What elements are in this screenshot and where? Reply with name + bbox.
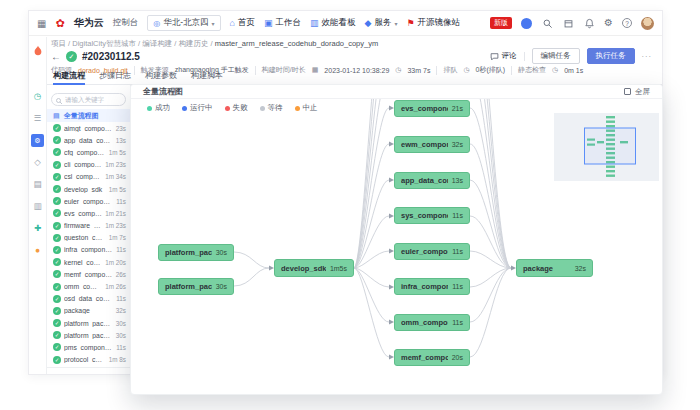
- list-item[interactable]: ✓platform_package2.030s: [47, 329, 130, 341]
- flow-node-fan-5[interactable]: euler_compon...11s: [394, 243, 470, 260]
- fullscreen-icon: [624, 88, 631, 95]
- list-item[interactable]: ✓protocol_component1m 8s: [47, 354, 130, 366]
- list-item[interactable]: ✓aimgt_component23s: [47, 122, 130, 134]
- list-item[interactable]: ✓platform_package1.030s: [47, 317, 130, 329]
- success-check-icon: ✓: [53, 197, 61, 205]
- nav-dashboard[interactable]: ▥ 效能看板: [310, 17, 356, 29]
- list-item[interactable]: ✓pms_component11s: [47, 341, 130, 353]
- list-item[interactable]: ✓cfg_component1m 5s: [47, 146, 130, 158]
- code-icon[interactable]: ☰: [29, 107, 46, 129]
- flow-node-fan-8[interactable]: memf_compone...20s: [394, 349, 470, 366]
- list-item[interactable]: ✓omm_component1m 26s: [47, 280, 130, 292]
- legend-waiting: 等待: [260, 103, 283, 113]
- flow-node-package[interactable]: package32s: [516, 259, 593, 277]
- flow-node-platform-package-2[interactable]: platform_pac...30s: [158, 278, 234, 295]
- overview-icon[interactable]: ◷: [29, 85, 46, 107]
- home-icon: ⌂: [230, 18, 235, 28]
- legend-success: 成功: [147, 103, 170, 113]
- huawei-logo-icon: ✿: [55, 18, 64, 29]
- account-level-icon[interactable]: [521, 18, 532, 29]
- help-icon[interactable]: ?: [622, 18, 632, 28]
- devcloud-logo-icon: [32, 43, 44, 61]
- success-check-icon: ✓: [53, 124, 61, 132]
- list-item[interactable]: ✓evs_component1m 21s: [47, 207, 130, 219]
- release-icon[interactable]: ▥: [29, 195, 46, 217]
- flow-diagram-panel: 全量流程图 全屏 成功 运行中 失败 等待 中止: [130, 84, 663, 395]
- tab-build-params[interactable]: 构建参数: [145, 70, 177, 81]
- services-icon: ◆: [364, 18, 371, 28]
- flow-node-fan-2[interactable]: ewm_componen...32s: [394, 136, 470, 153]
- nav-workbench-label: 工作台: [275, 17, 301, 29]
- build-icon-glyph: ⚙: [31, 134, 44, 147]
- edit-task-button[interactable]: 编辑任务: [532, 48, 580, 64]
- left-icon-rail: ◷ ☰ ⚙ ◇ ▤ ▥ ✚ ●: [29, 37, 47, 374]
- flow-node-fan-3[interactable]: app_data_com...13s: [394, 172, 470, 189]
- search-icon[interactable]: [541, 17, 553, 29]
- monitor-icon[interactable]: ●: [29, 239, 46, 261]
- list-item[interactable]: ✓package32s: [47, 305, 130, 317]
- nav-services-label: 服务: [374, 17, 391, 29]
- flow-node-platform-package-1[interactable]: platform_pac...30s: [158, 244, 234, 261]
- gear-icon[interactable]: ⚙: [604, 17, 613, 29]
- success-check-icon: ✓: [53, 258, 61, 266]
- bell-icon[interactable]: [583, 17, 595, 29]
- success-check-icon: ✓: [53, 136, 61, 144]
- run-task-button[interactable]: 执行任务: [587, 48, 635, 64]
- nav-mirror-site[interactable]: ⚑ 开源镜像站: [406, 17, 460, 29]
- more-actions-button[interactable]: ···: [642, 52, 653, 61]
- list-item[interactable]: ✓infra_component11s: [47, 244, 130, 256]
- test-icon[interactable]: ▤: [29, 173, 46, 195]
- list-item[interactable]: ✓cli_component1m 23s: [47, 159, 130, 171]
- minimap-viewport[interactable]: [585, 128, 636, 164]
- overview-label: 全量流程图: [64, 111, 99, 121]
- component-list: ✓aimgt_component23s ✓app_data_component1…: [47, 122, 130, 366]
- artifact-icon[interactable]: ◇: [29, 151, 46, 173]
- list-item[interactable]: ✓kernel_component1m 20s: [47, 256, 130, 268]
- legend-running: 运行中: [182, 103, 213, 113]
- breadcrumb-path[interactable]: 项目 / DigitalCity智慧城市 / 编译构建 / 构建历史 /: [51, 39, 213, 48]
- flow-node-fan-7[interactable]: omm_componen...11s: [394, 314, 470, 331]
- build-icon[interactable]: ⚙: [29, 132, 46, 148]
- back-arrow-icon[interactable]: ←: [51, 51, 61, 62]
- list-item[interactable]: ✓develop_sdk1m 5s: [47, 183, 130, 195]
- breadcrumb-current: master_arm_release_codehub_dorado_copy_y…: [215, 39, 378, 48]
- flow-node-develop-sdk[interactable]: develop_sdk1m5s: [274, 259, 354, 277]
- apps-grid-icon[interactable]: ▦: [37, 18, 46, 29]
- nav-home[interactable]: ⌂ 首页: [230, 17, 255, 29]
- deploy-icon[interactable]: ✚: [29, 217, 46, 239]
- success-check-icon: ✓: [53, 161, 61, 169]
- list-item[interactable]: ✓memf_component26s: [47, 268, 130, 280]
- nav-services[interactable]: ◆ 服务 ▾: [364, 17, 397, 29]
- flow-node-fan-4[interactable]: sys_componen...11s: [394, 207, 470, 224]
- list-item[interactable]: ✓euler_component11s: [47, 195, 130, 207]
- avatar[interactable]: [641, 17, 654, 30]
- console-link[interactable]: 控制台: [113, 17, 139, 29]
- fullscreen-label: 全屏: [635, 87, 650, 97]
- comment-button[interactable]: 评论: [490, 51, 517, 61]
- package-box-icon[interactable]: [562, 17, 574, 29]
- fullscreen-button[interactable]: 全屏: [624, 87, 650, 97]
- flow-node-fan-1[interactable]: evs_compone...21s: [394, 100, 470, 117]
- comment-label: 评论: [502, 51, 517, 61]
- success-check-icon: ✓: [53, 295, 61, 303]
- success-check-icon: ✓: [53, 331, 61, 339]
- list-item[interactable]: ✓gueston_component1m 7s: [47, 232, 130, 244]
- success-check-icon: ✓: [66, 51, 77, 62]
- minimap[interactable]: [554, 113, 659, 181]
- chevron-down-icon: ▾: [212, 20, 215, 27]
- tab-build-script[interactable]: 构建脚本: [191, 70, 223, 81]
- list-item[interactable]: ✓csl_component1m 34s: [47, 171, 130, 183]
- flow-node-fan-6[interactable]: infra_compon...11s: [394, 278, 470, 295]
- list-item[interactable]: ✓app_data_component13s: [47, 134, 130, 146]
- list-item[interactable]: ✓firmware_component1m 23s: [47, 220, 130, 232]
- breadcrumb[interactable]: 项目 / DigitalCity智慧城市 / 编译构建 / 构建历史 / mas…: [51, 39, 378, 49]
- region-selector[interactable]: ◎ 华北-北京四 ▾: [147, 15, 220, 31]
- tab-step-logs[interactable]: 步骤日志: [99, 70, 131, 81]
- brand-title: 华为云: [74, 16, 104, 30]
- sidebar-item-overview[interactable]: ▤ 全量流程图: [47, 109, 130, 122]
- list-item[interactable]: ✓osd_data_component11s: [47, 293, 130, 305]
- sidebar-search: [51, 88, 126, 106]
- nav-workbench[interactable]: ▣ 工作台: [264, 17, 301, 29]
- tab-build-flow[interactable]: 构建流程: [53, 70, 85, 81]
- version-badge: 新版: [490, 17, 512, 29]
